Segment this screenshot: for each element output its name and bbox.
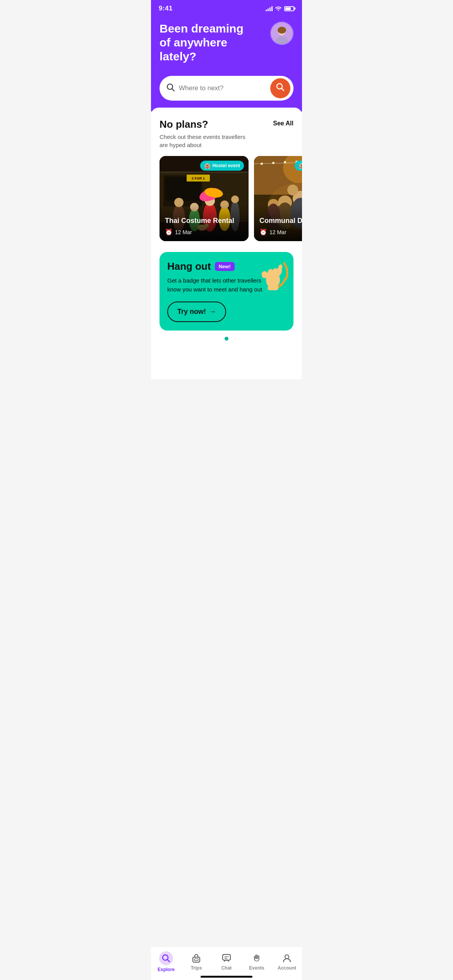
svg-line-7: [282, 89, 284, 91]
svg-text:2 FOR 1: 2 FOR 1: [192, 176, 205, 180]
search-section: [151, 76, 302, 111]
event-card-overlay: Thai Costume Rental ⏰ 12 Mar: [160, 205, 249, 241]
event-card-title: Thai Costume Rental: [165, 217, 243, 225]
svg-point-57: [272, 268, 278, 276]
status-time: 9:41: [159, 5, 173, 12]
hangout-description: Get a badge that lets other travellers k…: [167, 276, 268, 294]
wifi-icon: [275, 5, 282, 12]
section-subtitle: Check out these events travellers are hy…: [160, 133, 252, 149]
try-now-button[interactable]: Try now! →: [167, 302, 226, 322]
status-icons: [266, 5, 294, 12]
wave-hand-graphic: [255, 257, 288, 290]
event-card-title: Communal Dinner: [259, 217, 302, 225]
signal-icon: [266, 6, 273, 11]
svg-point-26: [231, 195, 239, 203]
try-now-arrow: →: [209, 308, 216, 316]
content-area: No plans? Check out these events travell…: [151, 108, 302, 379]
event-card-date: ⏰ 12 Mar: [165, 228, 243, 236]
header-title: Been dreaming of anywhere lately?: [160, 22, 256, 63]
clock-icon: ⏰: [259, 228, 267, 236]
search-icon-left: [166, 83, 175, 94]
hangout-section: Hang out New! Get a badge that lets othe…: [160, 252, 293, 341]
badge-label: Hostel event: [213, 163, 240, 168]
hangout-title: Hang out: [167, 260, 211, 272]
event-card-overlay: Communal Dinner ⏰ 12 Mar: [254, 205, 302, 241]
new-badge: New!: [215, 262, 235, 271]
avatar-image: [271, 22, 293, 44]
section-title: No plans?: [160, 118, 252, 130]
event-card-date: ⏰ 12 Mar: [259, 228, 302, 236]
svg-rect-10: [160, 171, 249, 173]
event-card[interactable]: 🏨 Hostel event Communal Dinner ⏰ 12 Mar: [254, 156, 302, 241]
hangout-header: Hang out New!: [167, 260, 268, 272]
avatar[interactable]: [270, 22, 293, 45]
svg-point-34: [261, 163, 263, 165]
hangout-content: Hang out New! Get a badge that lets othe…: [167, 260, 268, 322]
see-all-button[interactable]: See All: [273, 118, 293, 127]
search-button-icon: [276, 82, 285, 94]
event-date-label: 12 Mar: [269, 229, 287, 235]
pagination-dots: [160, 337, 293, 341]
header: Been dreaming of anywhere lately?: [151, 15, 302, 76]
hostel-icon: 🏨: [204, 163, 211, 169]
try-now-label: Try now!: [177, 308, 206, 316]
status-bar: 9:41: [151, 0, 302, 15]
hangout-card: Hang out New! Get a badge that lets othe…: [160, 252, 293, 331]
svg-line-5: [172, 89, 175, 91]
no-plans-section-header: No plans? Check out these events travell…: [151, 118, 302, 149]
event-card-badge: 🏨 Hostel event: [200, 161, 244, 171]
svg-point-35: [272, 162, 275, 164]
svg-point-36: [284, 161, 286, 163]
search-button[interactable]: [270, 78, 290, 98]
svg-point-3: [278, 27, 286, 34]
svg-rect-58: [268, 286, 278, 290]
section-title-block: No plans? Check out these events travell…: [160, 118, 252, 149]
search-input[interactable]: [179, 84, 266, 92]
hostel-icon: 🏨: [299, 163, 302, 169]
search-bar: [160, 76, 293, 101]
event-card[interactable]: 2 FOR 1 🏨 Hostel event Thai Costume Rent…: [160, 156, 249, 241]
pagination-dot-active: [225, 337, 228, 341]
event-cards-scroll[interactable]: 2 FOR 1 🏨 Hostel event Thai Costume Rent…: [151, 156, 302, 241]
battery-icon: [284, 6, 294, 11]
event-date-label: 12 Mar: [175, 229, 192, 235]
clock-icon: ⏰: [165, 228, 173, 236]
